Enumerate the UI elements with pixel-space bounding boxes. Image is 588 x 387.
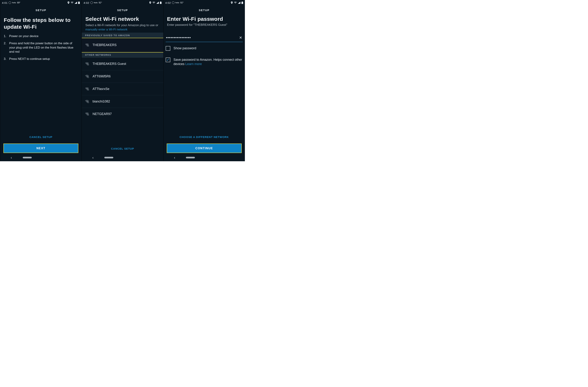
network-name: THEBREAKERS Guest [92,62,160,66]
cancel-setup-link[interactable]: CANCEL SETUP [82,143,163,153]
nav-back-icon[interactable]: ‹ [174,156,175,160]
network-row[interactable]: THEBREAKERS Guest [82,58,163,70]
status-time: 4:02 [84,1,89,4]
heading: Select Wi-Fi network [82,14,163,23]
wifi-lock-icon [85,62,89,65]
svg-rect-2 [160,2,162,4]
page-title: SETUP [0,5,82,14]
save-password-text: Save password to Amazon. Helps connect o… [173,58,242,66]
status-hulu: hulu [94,2,98,4]
alexa-ring-icon [90,1,93,4]
wifi-icon [234,2,237,4]
heading: Enter Wi-Fi password [164,14,245,23]
battery-icon [241,1,243,4]
screen-update-wifi-steps: 4:01 hulu 89° SETUP Follow the steps bel… [0,0,82,161]
manual-wifi-link[interactable]: manually enter a Wi-Fi network [85,28,127,31]
screen-select-wifi: 4:02 hulu 92° SETUP Select Wi-Fi network… [82,0,163,161]
step-text: Press NEXT to continue setup [9,57,50,61]
step-number: 2. [4,41,7,54]
svg-rect-3 [160,1,161,2]
network-name: THEBREAKERS [92,43,160,47]
nav-back-icon[interactable]: ‹ [11,156,12,160]
status-temperature: 92° [99,1,102,4]
wifi-icon [71,2,74,4]
subtitle-text: Select a Wi-Fi network for your Amazon p… [85,23,158,27]
svg-rect-1 [79,1,79,2]
continue-button[interactable]: CONTINUE [167,144,241,153]
section-header-saved: PREVIOUSLY SAVED TO AMAZON [82,33,163,38]
network-row[interactable]: NETGEAR97 [82,108,163,120]
network-name: bianchi1082 [92,100,160,103]
option-label: Save password to Amazon. Helps connect o… [173,58,243,66]
wifi-lock-icon [85,87,89,90]
android-navbar: ‹ [164,154,245,161]
nav-home-pill[interactable] [104,157,113,158]
page-title: SETUP [82,5,163,14]
alexa-ring-icon [172,1,174,4]
screen-enter-password: 4:02 hulu 92° SETUP Enter Wi-Fi password… [163,0,245,161]
step-number: 3. [4,57,7,61]
status-bar: 4:02 hulu 92° [164,0,245,5]
subtitle: Enter password for "THEBREAKERS Guest" [164,23,245,27]
nav-home-pill[interactable] [186,157,195,158]
choose-different-network-link[interactable]: CHOOSE A DIFFERENT NETWORK [164,133,245,141]
wifi-lock-icon [85,112,89,116]
learn-more-link[interactable]: Learn more [185,62,202,66]
status-time: 4:01 [2,1,7,4]
clear-icon[interactable]: ✕ [239,36,242,40]
step-item: 3. Press NEXT to continue setup [4,56,78,63]
network-row[interactable]: ATTfasrxSe [82,83,163,95]
network-row[interactable]: bianchi1082 [82,95,163,108]
wifi-icon [152,2,155,4]
subtitle: Select a Wi-Fi network for your Amazon p… [82,23,163,33]
page-title: SETUP [164,5,245,14]
step-item: 1. Power on your device [4,33,78,40]
network-name: ATT696f5R6 [92,75,160,78]
heading: Follow the steps below to update Wi-Fi [0,14,82,32]
svg-rect-0 [78,2,80,4]
wifi-lock-icon [85,100,89,103]
next-button[interactable]: NEXT [4,144,78,153]
svg-rect-16 [241,2,243,4]
signal-icon [156,2,159,4]
network-row-saved[interactable]: THEBREAKERS [82,38,163,52]
status-temperature: 89° [17,1,20,4]
step-text: Press and hold the power button on the s… [9,41,78,54]
step-number: 1. [4,34,7,38]
step-item: 2. Press and hold the power button on th… [4,40,78,56]
steps-list: 1. Power on your device 2. Press and hol… [0,32,82,63]
status-bar: 4:01 hulu 89° [0,0,82,5]
checkbox-checked[interactable]: ✓ [166,58,170,62]
save-password-option[interactable]: ✓ Save password to Amazon. Helps connect… [164,51,245,67]
password-input[interactable]: •••••••••••••••• ✕ [166,34,243,42]
nav-back-icon[interactable]: ‹ [92,156,94,160]
svg-rect-17 [242,1,243,2]
network-row[interactable]: ATT696f5R6 [82,70,163,83]
battery-icon [160,1,162,4]
step-text: Power on your device [9,34,38,38]
wifi-lock-icon [85,75,89,78]
network-name: NETGEAR97 [92,112,160,116]
location-icon [149,1,151,4]
password-value: •••••••••••••••• [166,35,191,40]
signal-icon [238,2,240,4]
nav-home-pill[interactable] [23,157,32,158]
status-time: 4:02 [165,1,171,4]
alexa-ring-icon [9,1,11,4]
status-temperature: 92° [180,1,184,4]
android-navbar: ‹ [0,154,82,161]
checkbox-unchecked[interactable]: ✓ [166,46,170,51]
cancel-setup-link[interactable]: CANCEL SETUP [0,133,82,141]
network-name: ATTfasrxSe [92,87,160,91]
android-navbar: ‹ [82,154,163,161]
wifi-lock-icon [85,43,89,47]
status-hulu: hulu [175,2,179,4]
signal-icon [75,2,77,4]
section-header-other: OTHER NETWORKS [82,52,163,58]
location-icon [67,1,70,4]
location-icon [231,1,233,4]
option-label: Show password [173,46,196,50]
battery-icon [78,1,80,4]
status-bar: 4:02 hulu 92° [82,0,163,5]
show-password-option[interactable]: ✓ Show password [164,42,245,51]
